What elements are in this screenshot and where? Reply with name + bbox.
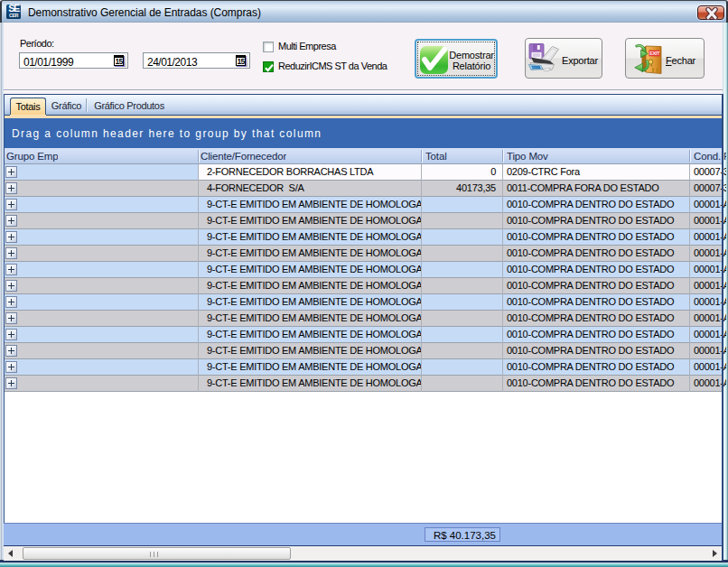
svg-text:EXIT: EXIT bbox=[649, 51, 660, 56]
